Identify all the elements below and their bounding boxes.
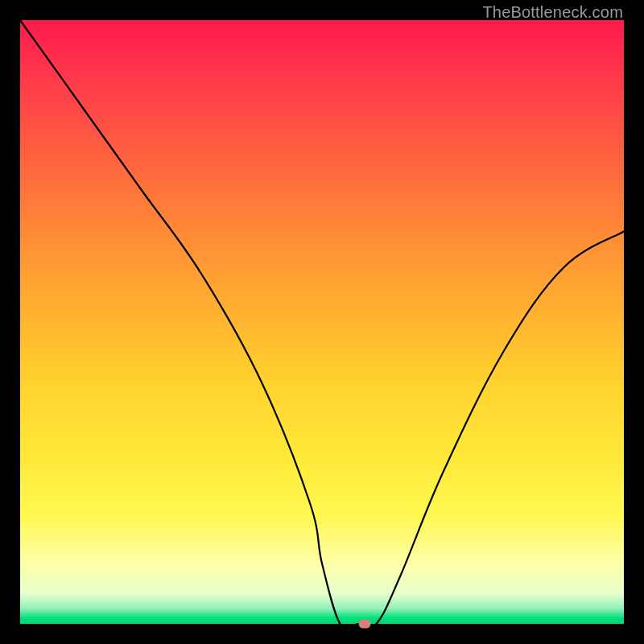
optimal-point-marker — [358, 620, 370, 629]
bottleneck-curve — [20, 20, 624, 629]
chart-plot-area — [20, 20, 624, 624]
chart-curve-layer — [20, 20, 624, 624]
attribution-label: TheBottleneck.com — [482, 3, 623, 22]
